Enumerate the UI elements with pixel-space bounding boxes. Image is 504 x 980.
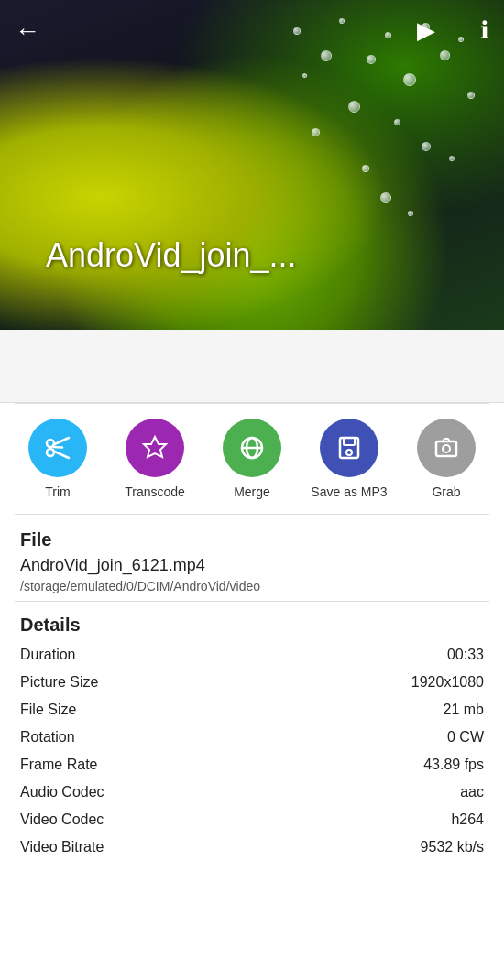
tool-merge[interactable]: Merge — [203, 419, 301, 499]
transcode-label: Transcode — [125, 485, 185, 499]
grab-icon — [417, 419, 476, 477]
tool-trim[interactable]: Trim — [9, 419, 106, 499]
detail-row: Picture Size1920x1080 — [20, 669, 484, 696]
detail-key: Video Bitrate — [20, 839, 104, 855]
detail-key: Audio Codec — [20, 784, 104, 800]
merge-label: Merge — [234, 485, 270, 499]
detail-value: h264 — [451, 811, 484, 828]
detail-key: Duration — [20, 647, 75, 663]
details-section-title: Details — [20, 615, 484, 636]
tool-transcode[interactable]: Transcode — [106, 419, 203, 499]
file-name: AndroVid_join_6121.mp4 — [20, 556, 484, 575]
tool-savemp3[interactable]: Save as MP3 — [301, 419, 398, 499]
detail-key: Picture Size — [20, 674, 98, 691]
details-rows: Duration00:33Picture Size1920x1080File S… — [20, 641, 484, 861]
svg-line-3 — [54, 452, 70, 459]
play-button[interactable]: ▶ — [417, 16, 435, 45]
detail-row: Video Codech264 — [20, 806, 484, 833]
svg-line-2 — [54, 438, 70, 445]
savemp3-label: Save as MP3 — [311, 485, 387, 499]
back-button[interactable]: ← — [15, 16, 40, 46]
detail-value: aac — [460, 784, 484, 800]
detail-key: Frame Rate — [20, 757, 97, 773]
trim-icon — [28, 419, 87, 477]
file-path: /storage/emulated/0/DCIM/AndroVid/video — [20, 579, 484, 593]
file-section-title: File — [20, 529, 484, 550]
detail-value: 43.89 fps — [423, 757, 484, 773]
detail-value: 21 mb — [444, 702, 484, 718]
svg-rect-11 — [436, 441, 456, 456]
detail-key: File Size — [20, 702, 76, 718]
detail-key: Rotation — [20, 729, 75, 746]
tool-grab[interactable]: Grab — [398, 419, 495, 499]
trim-label: Trim — [45, 485, 70, 499]
tools-row: Trim Transcode Merge Save as MP3 Grab — [0, 404, 504, 514]
detail-key: Video Codec — [20, 811, 104, 828]
detail-value: 0 CW — [447, 729, 484, 746]
svg-point-0 — [47, 440, 54, 447]
detail-row: Duration00:33 — [20, 641, 484, 669]
detail-value: 9532 kb/s — [421, 839, 484, 855]
video-background — [0, 0, 504, 330]
transcode-icon — [126, 419, 184, 477]
detail-row: Rotation0 CW — [20, 724, 484, 751]
grab-label: Grab — [432, 485, 460, 499]
video-title: AndroVid_join_... — [46, 236, 297, 275]
merge-icon — [223, 419, 281, 477]
video-thumbnail: AndroVid_join_... ← ▶ ℹ — [0, 0, 504, 330]
svg-line-4 — [54, 447, 63, 448]
detail-row: Frame Rate43.89 fps — [20, 751, 484, 779]
detail-row: Video Bitrate9532 kb/s — [20, 833, 484, 861]
detail-row: File Size21 mb — [20, 696, 484, 724]
svg-point-10 — [346, 450, 352, 455]
detail-value: 1920x1080 — [411, 674, 484, 691]
timeline-scrubber[interactable] — [0, 330, 504, 403]
svg-point-12 — [443, 445, 450, 452]
details-section: Details Duration00:33Picture Size1920x10… — [0, 602, 504, 868]
savemp3-icon — [320, 419, 378, 477]
bubbles — [0, 0, 504, 330]
svg-point-1 — [47, 449, 54, 456]
file-section: File AndroVid_join_6121.mp4 /storage/emu… — [0, 515, 504, 601]
detail-row: Audio Codecaac — [20, 779, 484, 806]
detail-value: 00:33 — [447, 647, 484, 663]
info-button[interactable]: ℹ — [480, 16, 489, 45]
